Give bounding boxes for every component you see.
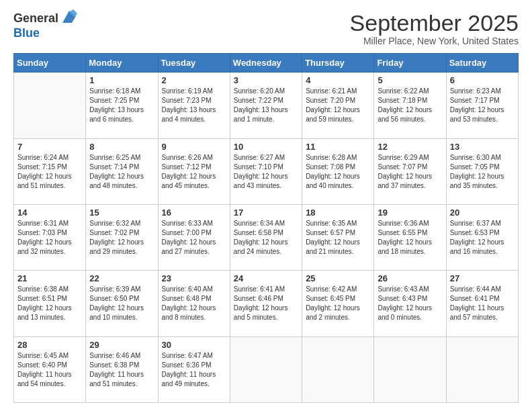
cell-line: and 0 minutes. [378,314,422,321]
calendar-cell: 21Sunrise: 6:38 AMSunset: 6:51 PMDayligh… [14,271,86,336]
cell-line: and 2 minutes. [306,314,350,321]
cell-line: Sunrise: 6:42 AM [306,285,357,293]
day-header-wednesday: Wednesday [230,54,302,73]
cell-line: Daylight: 11 hours [17,371,72,378]
day-header-thursday: Thursday [302,54,374,73]
cell-line: Sunset: 6:48 PM [162,295,212,302]
calendar-week-row: 21Sunrise: 6:38 AMSunset: 6:51 PMDayligh… [14,271,519,336]
cell-line: Sunrise: 6:33 AM [162,220,213,227]
cell-line: and 45 minutes. [162,182,210,189]
cell-content: Sunrise: 6:24 AMSunset: 7:15 PMDaylight:… [17,153,82,191]
day-number: 22 [89,273,154,283]
cell-line: Sunrise: 6:26 AM [162,154,213,161]
day-number: 10 [234,142,298,152]
cell-line: Daylight: 12 hours [17,304,72,312]
cell-line: Sunrise: 6:36 AM [378,220,429,227]
cell-line: Sunset: 7:17 PM [450,97,500,104]
day-number: 27 [450,273,515,283]
cell-content: Sunrise: 6:23 AMSunset: 7:17 PMDaylight:… [450,87,515,124]
cell-line: Sunrise: 6:41 AM [234,285,285,293]
calendar-cell: 8Sunrise: 6:25 AMSunset: 7:14 PMDaylight… [86,138,158,204]
cell-line: Sunrise: 6:38 AM [17,285,69,293]
cell-line: Sunset: 6:46 PM [234,295,283,302]
cell-line: Sunrise: 6:29 AM [378,154,429,161]
calendar-cell: 28Sunrise: 6:45 AMSunset: 6:40 PMDayligh… [14,336,86,402]
day-number: 6 [450,75,515,85]
cell-content: Sunrise: 6:21 AMSunset: 7:20 PMDaylight:… [306,87,370,124]
day-header-sunday: Sunday [14,54,86,73]
cell-line: Sunset: 7:00 PM [162,229,212,236]
day-number: 19 [378,208,442,218]
cell-content: Sunrise: 6:20 AMSunset: 7:22 PMDaylight:… [234,87,298,124]
cell-line: Sunrise: 6:47 AM [162,352,213,359]
calendar-cell: 20Sunrise: 6:37 AMSunset: 6:53 PMDayligh… [446,205,518,271]
calendar-cell: 3Sunrise: 6:20 AMSunset: 7:22 PMDaylight… [230,73,302,138]
logo-blue-text: Blue [13,26,40,40]
calendar-cell: 19Sunrise: 6:36 AMSunset: 6:55 PMDayligh… [374,205,446,271]
cell-line: Sunset: 7:05 PM [450,163,500,171]
cell-content: Sunrise: 6:39 AMSunset: 6:50 PMDaylight:… [89,285,154,322]
cell-line: Sunset: 7:18 PM [378,97,427,104]
cell-line: Daylight: 12 hours [378,304,432,312]
cell-line: Daylight: 12 hours [378,238,432,246]
calendar-cell: 6Sunrise: 6:23 AMSunset: 7:17 PMDaylight… [446,73,518,138]
calendar-cell: 22Sunrise: 6:39 AMSunset: 6:50 PMDayligh… [86,271,158,336]
calendar-cell [374,336,446,402]
cell-line: Sunset: 7:15 PM [17,163,67,171]
cell-line: Sunrise: 6:27 AM [234,154,285,161]
month-title: September 2025 [350,11,519,36]
day-number: 23 [162,273,226,283]
calendar-week-row: 14Sunrise: 6:31 AMSunset: 7:03 PMDayligh… [14,205,519,271]
cell-line: Sunset: 6:38 PM [89,361,139,369]
day-number: 26 [378,273,442,283]
day-header-friday: Friday [374,54,446,73]
calendar-cell: 11Sunrise: 6:28 AMSunset: 7:08 PMDayligh… [302,138,374,204]
cell-line: Sunset: 7:20 PM [306,97,355,104]
calendar-cell: 18Sunrise: 6:35 AMSunset: 6:57 PMDayligh… [302,205,374,271]
day-number: 14 [17,208,82,218]
cell-line: Sunset: 7:14 PM [89,163,139,171]
day-number: 4 [306,75,370,85]
cell-line: Daylight: 12 hours [306,238,360,246]
logo-icon [60,8,79,27]
day-number: 8 [89,142,154,152]
subtitle: Miller Place, New York, United States [350,36,519,46]
day-header-saturday: Saturday [446,54,518,73]
calendar-cell: 2Sunrise: 6:19 AMSunset: 7:23 PMDaylight… [158,73,230,138]
cell-content: Sunrise: 6:25 AMSunset: 7:14 PMDaylight:… [89,153,154,191]
cell-line: and 29 minutes. [89,248,137,255]
logo-text: General [13,12,58,26]
day-number: 18 [306,208,370,218]
cell-line: Daylight: 12 hours [234,173,288,180]
calendar-cell: 5Sunrise: 6:22 AMSunset: 7:18 PMDaylight… [374,73,446,138]
day-number: 29 [89,340,154,350]
calendar-cell: 16Sunrise: 6:33 AMSunset: 7:00 PMDayligh… [158,205,230,271]
day-number: 9 [162,142,226,152]
cell-line: Daylight: 11 hours [162,371,216,378]
cell-line: Sunrise: 6:39 AM [89,285,140,293]
cell-line: Sunset: 7:23 PM [162,97,212,104]
cell-line: Daylight: 12 hours [450,173,504,180]
cell-line: and 56 minutes. [378,116,425,123]
cell-line: Sunset: 7:08 PM [306,163,355,171]
cell-line: Sunrise: 6:34 AM [234,220,285,227]
cell-line: and 54 minutes. [17,380,65,387]
cell-line: Daylight: 11 hours [450,304,504,312]
calendar-cell: 13Sunrise: 6:30 AMSunset: 7:05 PMDayligh… [446,138,518,204]
cell-line: Sunrise: 6:40 AM [162,285,213,293]
day-number: 5 [378,75,442,85]
cell-line: and 51 minutes. [89,380,137,387]
day-number: 28 [17,340,82,350]
cell-content: Sunrise: 6:22 AMSunset: 7:18 PMDaylight:… [378,87,442,124]
cell-line: Sunset: 6:57 PM [306,229,355,236]
cell-line: Sunrise: 6:19 AM [162,87,213,95]
cell-line: Sunset: 6:50 PM [89,295,139,302]
day-number: 3 [234,75,298,85]
cell-line: and 8 minutes. [162,314,206,321]
cell-line: and 10 minutes. [89,314,137,321]
cell-line: Daylight: 12 hours [306,173,360,180]
cell-content: Sunrise: 6:29 AMSunset: 7:07 PMDaylight:… [378,153,442,191]
cell-line: Sunrise: 6:25 AM [89,154,140,161]
calendar-cell [230,336,302,402]
calendar-cell: 1Sunrise: 6:18 AMSunset: 7:25 PMDaylight… [86,73,158,138]
